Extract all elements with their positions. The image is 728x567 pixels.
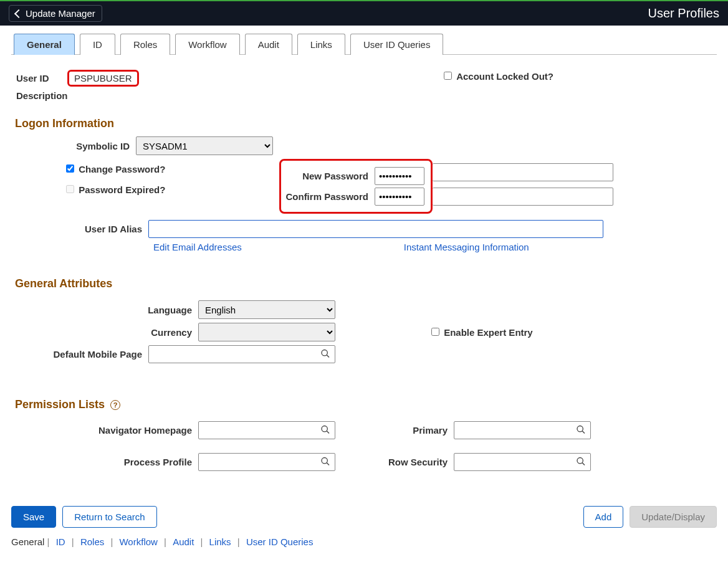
password-highlight-box: New Password Confirm Password (279, 159, 433, 214)
confirm-password-input[interactable] (375, 188, 424, 206)
symbolic-id-select[interactable]: SYSADM1 (136, 136, 273, 155)
currency-select[interactable] (198, 323, 335, 341)
process-profile-input[interactable] (198, 453, 335, 471)
password-expired-field[interactable]: Password Expired? (64, 183, 165, 195)
user-id-alias-label: User ID Alias (11, 224, 148, 234)
language-label: Language (11, 305, 198, 315)
tab-roles[interactable]: Roles (120, 34, 170, 55)
password-expired-label: Password Expired? (79, 184, 165, 195)
navigator-homepage-input[interactable] (198, 421, 335, 439)
primary-label: Primary (342, 425, 454, 436)
back-button[interactable]: Update Manager (9, 5, 102, 22)
chevron-left-icon (14, 9, 23, 17)
save-button[interactable]: Save (11, 506, 56, 528)
new-password-input-ext[interactable] (433, 163, 613, 181)
user-id-value-highlight: PSPUBUSER (67, 70, 139, 87)
tab-user-id-queries[interactable]: User ID Queries (350, 34, 444, 55)
user-id-alias-input[interactable] (148, 220, 603, 238)
row-security-label: Row Security (342, 457, 454, 467)
footer-link-roles[interactable]: Roles (80, 536, 104, 547)
language-select[interactable]: English (198, 300, 335, 319)
instant-messaging-link[interactable]: Instant Messaging Information (404, 242, 529, 252)
back-button-label: Update Manager (26, 8, 95, 19)
tab-links[interactable]: Links (297, 34, 345, 55)
edit-email-link[interactable]: Edit Email Addresses (153, 242, 242, 252)
update-display-button: Update/Display (630, 506, 717, 528)
footer-link-id[interactable]: ID (56, 536, 65, 547)
tab-workflow[interactable]: Workflow (175, 34, 239, 55)
default-mobile-label: Default Mobile Page (11, 349, 148, 360)
enable-expert-field[interactable]: Enable Expert Entry (429, 327, 533, 338)
new-password-input[interactable] (375, 167, 424, 185)
primary-input[interactable] (454, 421, 591, 439)
page-content: General ID Roles Workflow Audit Links Us… (0, 26, 728, 562)
new-password-label: New Password (281, 171, 375, 181)
confirm-password-input-ext[interactable] (433, 188, 613, 206)
user-id-label: User ID (11, 73, 67, 83)
symbolic-id-label: Symbolic ID (11, 141, 136, 151)
currency-label: Currency (11, 327, 198, 338)
enable-expert-checkbox[interactable] (431, 328, 439, 336)
description-label: Description (11, 90, 80, 101)
help-icon[interactable]: ? (110, 400, 120, 410)
section-logon-title: Logon Information (15, 117, 717, 130)
section-general-attributes-title: General Attributes (15, 277, 717, 290)
page-title: User Profiles (648, 6, 719, 21)
top-bar: Update Manager User Profiles (0, 0, 728, 26)
change-password-checkbox[interactable] (66, 164, 74, 173)
tab-strip: General ID Roles Workflow Audit Links Us… (11, 33, 717, 55)
footer-link-links[interactable]: Links (209, 536, 231, 547)
account-locked-label: Account Locked Out? (456, 71, 553, 82)
tab-id[interactable]: ID (80, 34, 115, 55)
add-button[interactable]: Add (583, 506, 624, 528)
footer-link-user-id-queries[interactable]: User ID Queries (246, 536, 314, 547)
permission-lists-title-text: Permission Lists (15, 398, 105, 411)
user-id-value: PSPUBUSER (74, 73, 132, 83)
footer-links: General | ID | Roles | Workflow | Audit … (11, 536, 717, 547)
row-security-input[interactable] (454, 453, 591, 471)
change-password-field[interactable]: Change Password? (64, 163, 165, 174)
account-locked-checkbox[interactable] (444, 72, 452, 80)
change-password-label: Change Password? (79, 164, 165, 174)
navigator-homepage-label: Navigator Homepage (11, 425, 198, 436)
footer-link-general: General (11, 536, 44, 547)
footer-link-workflow[interactable]: Workflow (119, 536, 157, 547)
default-mobile-input[interactable] (148, 345, 335, 363)
footer-link-audit[interactable]: Audit (173, 536, 194, 547)
return-to-search-button[interactable]: Return to Search (62, 506, 156, 528)
confirm-password-label: Confirm Password (281, 191, 375, 202)
password-expired-checkbox[interactable] (66, 185, 74, 193)
enable-expert-label: Enable Expert Entry (444, 327, 533, 338)
section-permission-lists-title: Permission Lists ? (15, 398, 717, 411)
tab-audit[interactable]: Audit (245, 34, 292, 55)
account-locked-field[interactable]: Account Locked Out? (441, 71, 553, 82)
process-profile-label: Process Profile (11, 457, 198, 467)
tab-general[interactable]: General (14, 34, 75, 55)
